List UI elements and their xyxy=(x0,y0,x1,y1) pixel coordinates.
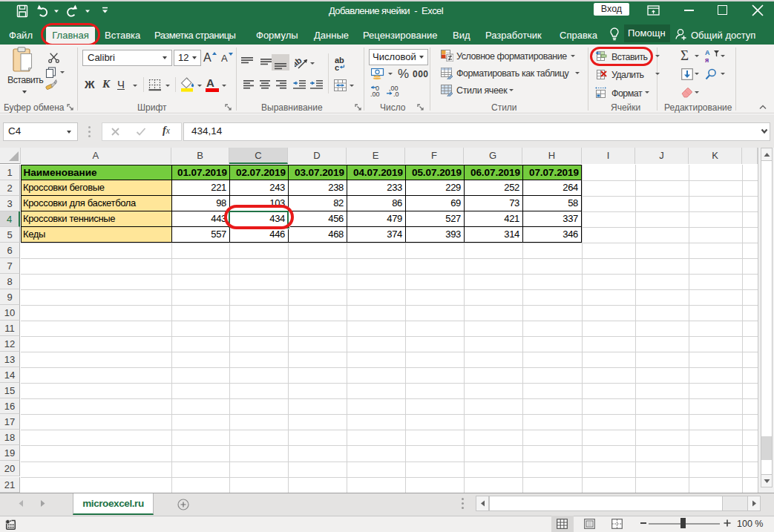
svg-text:,00: ,00 xyxy=(370,91,380,97)
svg-text:А: А xyxy=(705,49,710,56)
svg-text:c: c xyxy=(335,63,339,71)
svg-text:A: A xyxy=(221,53,228,64)
svg-text:я: я xyxy=(705,56,709,63)
svg-text:A: A xyxy=(203,51,211,64)
svg-text:,0: ,0 xyxy=(393,91,399,97)
